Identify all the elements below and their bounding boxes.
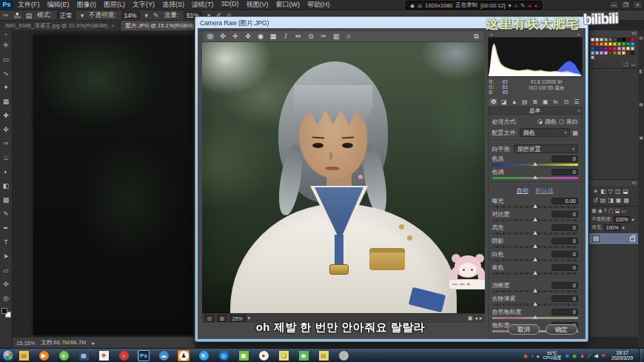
- acr-slider[interactable]: 对比度 0: [492, 211, 578, 221]
- taskbar-notes[interactable]: ❏: [278, 350, 289, 361]
- collapse-tools-icon[interactable]: »: [4, 32, 7, 37]
- record-dot-icon[interactable]: ●: [528, 3, 531, 8]
- mode-caret-icon[interactable]: ▾: [81, 12, 84, 19]
- color-swatch[interactable]: [631, 42, 634, 46]
- cr-hand-tool[interactable]: ✣: [218, 33, 227, 40]
- adjustment-icon[interactable]: ▣: [616, 197, 622, 204]
- taskbar-film-app[interactable]: ▤: [318, 350, 329, 361]
- adjustment-icon[interactable]: ▤: [600, 197, 606, 204]
- color-swatch[interactable]: [608, 47, 612, 50]
- tray-icon[interactable]: ◑: [531, 353, 534, 358]
- foreground-background-swatch[interactable]: [1, 308, 11, 318]
- taskbar-app-icon[interactable]: ☁: [159, 351, 169, 361]
- cr-zoom-tool[interactable]: ◎: [206, 33, 215, 40]
- radio-bw[interactable]: [559, 119, 564, 124]
- taskbar-netease-music[interactable]: ♪: [118, 350, 130, 361]
- color-swatch[interactable]: [604, 51, 608, 55]
- panel-menu-icon[interactable]: ▾≡: [589, 180, 638, 186]
- foreground-color-swatch[interactable]: [1, 308, 7, 314]
- menu-item[interactable]: 帮助(H): [307, 0, 330, 10]
- taskbar-app-icon[interactable]: ❖: [99, 351, 109, 361]
- taskbar-emulator[interactable]: ◉: [298, 350, 309, 361]
- auto-link[interactable]: 自动: [517, 187, 529, 195]
- color-swatch[interactable]: [595, 47, 599, 50]
- minimize-button[interactable]: —: [609, 1, 619, 9]
- cr-adjustment-brush-tool[interactable]: ✑: [319, 33, 328, 40]
- color-swatch[interactable]: [613, 47, 617, 50]
- adjustment-icon[interactable]: ☀: [593, 188, 598, 195]
- menu-item[interactable]: 视图(V): [246, 0, 269, 10]
- adjustment-icon[interactable]: ◫: [615, 188, 621, 195]
- taskbar-browser[interactable]: e: [58, 350, 70, 361]
- dock-strip-icon[interactable]: ◧: [639, 68, 643, 73]
- color-swatch[interactable]: [600, 51, 603, 55]
- slider-thumb[interactable]: [533, 315, 537, 319]
- cr-tab-effects[interactable]: fx: [551, 98, 560, 105]
- color-swatch[interactable]: [600, 42, 603, 46]
- shadow-clipping-icon[interactable]: ▲: [490, 32, 494, 37]
- profile-select[interactable]: 颜色 ▾: [520, 128, 571, 137]
- acr-slider[interactable]: 白色 0: [492, 251, 578, 261]
- mode-select[interactable]: 正常: [57, 11, 76, 19]
- layer-fill-value[interactable]: 100%: [604, 224, 621, 231]
- recorder-icon[interactable]: ◉: [410, 3, 415, 8]
- taskbar-potplayer[interactable]: ▶: [38, 350, 50, 361]
- color-swatch[interactable]: [604, 38, 608, 41]
- layers-header-icon[interactable]: ⬓: [615, 208, 620, 214]
- recorder-caret-icon[interactable]: ▾: [509, 2, 511, 9]
- brush-preset-picker[interactable]: ● 344: [14, 12, 21, 19]
- color-swatch[interactable]: [631, 38, 634, 41]
- color-swatch[interactable]: [626, 42, 630, 46]
- recorder-home-icon[interactable]: ⌂: [514, 2, 517, 9]
- slider-thumb[interactable]: [533, 302, 537, 306]
- marquee-tool[interactable]: ▭: [1, 53, 12, 67]
- tray-icon[interactable]: ◉: [523, 353, 528, 358]
- color-swatch[interactable]: [613, 42, 617, 46]
- healing-brush-tool[interactable]: ✜: [1, 123, 12, 137]
- tray-icon[interactable]: ♟: [580, 353, 584, 358]
- close-button[interactable]: ×: [633, 1, 643, 9]
- color-swatch[interactable]: [613, 51, 617, 55]
- toggle-panel-icon[interactable]: ⧉: [472, 33, 481, 41]
- menu-item[interactable]: 3D(D): [221, 0, 239, 10]
- slider-value[interactable]: 0: [551, 211, 578, 218]
- eraser-tool[interactable]: ◧: [1, 179, 12, 193]
- adjustment-icon[interactable]: ◨: [608, 197, 614, 204]
- color-swatch[interactable]: [608, 51, 612, 55]
- color-swatch[interactable]: [595, 51, 599, 55]
- dock-strip-icon[interactable]: ▣: [639, 135, 643, 140]
- slider-value[interactable]: 0: [551, 282, 578, 289]
- menu-item[interactable]: 文件(F): [18, 0, 40, 10]
- taskbar-app-icon[interactable]: Ps: [139, 351, 149, 361]
- layer-opacity-value[interactable]: 100%: [614, 216, 631, 223]
- taskbar-photoshop[interactable]: Ps: [138, 350, 150, 361]
- cr-straighten-tool[interactable]: /: [281, 33, 290, 40]
- layer-thumbnail[interactable]: [592, 235, 600, 242]
- treatment-color-label[interactable]: 颜色: [545, 118, 557, 126]
- taskbar-app-icon[interactable]: ♟: [179, 351, 189, 361]
- color-swatch[interactable]: [591, 47, 594, 50]
- slider-thumb[interactable]: [533, 289, 537, 292]
- slider-track[interactable]: [492, 304, 578, 306]
- acr-slider[interactable]: 阴影 0: [492, 238, 578, 248]
- lasso-tool[interactable]: ∿: [1, 67, 12, 81]
- image-preview[interactable]: ♥: [202, 42, 485, 313]
- taskbar-qq[interactable]: ♟: [178, 350, 189, 361]
- record-dot-icon[interactable]: ●: [534, 3, 537, 8]
- cr-radial-filter-tool[interactable]: ○: [344, 33, 353, 40]
- ok-button[interactable]: 确定: [546, 324, 577, 335]
- taskbar-app-icon[interactable]: ▤: [319, 351, 329, 361]
- opacity-caret-icon[interactable]: ▾: [631, 217, 634, 223]
- tray-icon[interactable]: ◀: [594, 353, 597, 358]
- radio-color[interactable]: [537, 119, 543, 124]
- acr-slider[interactable]: 色温 0: [492, 155, 578, 166]
- tray-icon[interactable]: ⟋: [588, 353, 591, 358]
- menu-item[interactable]: 文字(Y): [133, 0, 155, 10]
- color-swatch[interactable]: [617, 38, 621, 41]
- color-swatch[interactable]: [617, 42, 621, 46]
- acr-slider[interactable]: 自然饱和度 0: [492, 309, 578, 319]
- treatment-bw-label[interactable]: 黑白: [566, 118, 578, 126]
- adjustment-icon[interactable]: ◧: [600, 188, 606, 195]
- slider-thumb[interactable]: [533, 218, 537, 221]
- taskbar-app-icon[interactable]: ◌: [339, 351, 349, 361]
